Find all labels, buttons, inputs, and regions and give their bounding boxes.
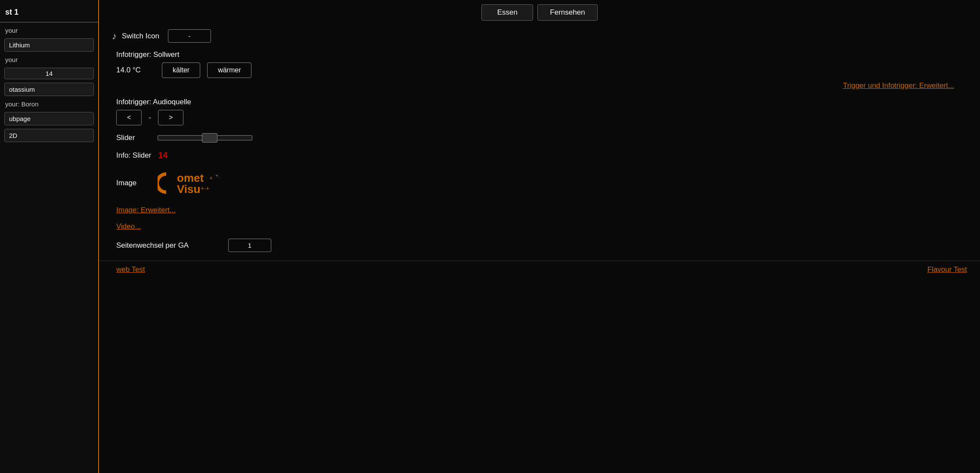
audioquelle-current: -: [149, 113, 151, 122]
sidebar-btn-otassium[interactable]: otassium: [4, 83, 94, 96]
slider-track[interactable]: [158, 133, 252, 143]
sidebar-number-1: 14: [4, 68, 94, 79]
infotrigger-sollwert-title: Infotrigger: Sollwert: [116, 50, 967, 59]
svg-text:+: +: [209, 174, 213, 181]
trigger-infotrigger-link[interactable]: Trigger und Infotrigger: Erweitert...: [839, 81, 954, 90]
music-icon: ♪: [112, 31, 117, 42]
image-erweitert-link-container: Image: Erweitert...: [112, 206, 967, 215]
sidebar-label-2: your: [0, 53, 98, 66]
switch-icon-row: ♪ Switch Icon -: [112, 29, 967, 43]
next-button[interactable]: >: [158, 110, 183, 125]
sidebar-title: st 1: [0, 4, 98, 20]
temp-value: 14.0 °C: [116, 66, 155, 75]
switch-icon-input[interactable]: -: [168, 29, 211, 43]
video-link[interactable]: Video...: [112, 222, 141, 230]
waermer-button[interactable]: wärmer: [207, 62, 251, 78]
top-bar: Essen Fernsehen: [99, 0, 980, 25]
bottom-links: web Test Flavour Test: [99, 261, 980, 278]
sidebar-btn-subpage[interactable]: ubpage: [4, 112, 94, 125]
infotrigger-audioquelle-controls: < - >: [116, 110, 967, 125]
trigger-link-row: Trigger und Infotrigger: Erweitert...: [112, 81, 967, 90]
infotrigger-sollwert-controls: 14.0 °C kälter wärmer: [116, 62, 967, 78]
switch-icon-area: ♪ Switch Icon: [112, 31, 159, 42]
kaelter-button[interactable]: kälter: [162, 62, 200, 78]
web-test-link[interactable]: web Test: [112, 265, 145, 274]
video-link-container: Video...: [112, 222, 967, 231]
flavour-test-link[interactable]: Flavour Test: [923, 265, 967, 274]
slider-label: Slider: [116, 134, 151, 142]
sidebar-btn-2d[interactable]: 2D: [4, 129, 94, 142]
cometvisu-logo: omet + +. Visu +·+: [158, 168, 226, 198]
slider-row: Slider: [112, 133, 967, 143]
info-slider-value: 14: [158, 150, 167, 160]
sidebar-btn-lithium[interactable]: Lithium: [4, 38, 94, 52]
infotrigger-audioquelle-section: Infotrigger: Audioquelle < - >: [112, 98, 967, 125]
fernsehen-button[interactable]: Fernsehen: [537, 4, 597, 21]
info-slider-label: Info: Slider: [116, 151, 151, 160]
main-content: Essen Fernsehen ♪ Switch Icon - Infotrig…: [99, 0, 980, 473]
infotrigger-audioquelle-title: Infotrigger: Audioquelle: [116, 98, 967, 106]
sidebar-label-1: your: [0, 24, 98, 37]
essen-button[interactable]: Essen: [481, 4, 533, 21]
sidebar-label-3: your: Boron: [0, 98, 98, 110]
svg-text:+.: +.: [215, 173, 220, 179]
switch-icon-label: Switch Icon: [122, 32, 159, 40]
sidebar: st 1 your Lithium your 14 otassium your:…: [0, 0, 99, 473]
slider-thumb[interactable]: [202, 133, 217, 143]
seitenwechsel-input[interactable]: 1: [228, 239, 271, 252]
image-label: Image: [116, 179, 151, 187]
image-erweitert-link[interactable]: Image: Erweitert...: [112, 206, 176, 214]
image-row: Image omet + +. Visu +·+: [112, 168, 967, 198]
infotrigger-sollwert-section: Infotrigger: Sollwert 14.0 °C kälter wär…: [112, 50, 967, 78]
prev-button[interactable]: <: [116, 110, 142, 125]
seitenwechsel-row: Seitenwechsel per GA 1: [112, 239, 967, 252]
seitenwechsel-label: Seitenwechsel per GA: [116, 241, 220, 250]
sidebar-divider: [0, 22, 98, 22]
info-slider-row: Info: Slider 14: [112, 150, 967, 160]
content-area: ♪ Switch Icon - Infotrigger: Sollwert 14…: [99, 25, 980, 256]
svg-text:+·+: +·+: [201, 185, 209, 192]
cometvisu-logo-svg: omet + +. Visu +·+: [158, 168, 226, 198]
svg-text:Visu: Visu: [177, 183, 200, 196]
